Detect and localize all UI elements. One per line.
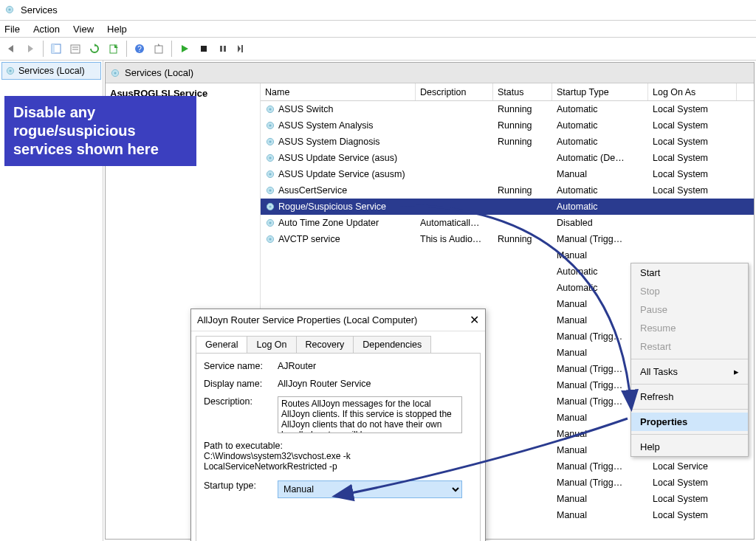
- description-label: Description:: [204, 396, 278, 407]
- svg-rect-11: [201, 46, 207, 52]
- action-button[interactable]: [151, 41, 167, 57]
- service-row[interactable]: Auto Time Zone UpdaterAutomaticall…Disab…: [261, 215, 754, 231]
- svg-rect-13: [224, 46, 226, 52]
- menu-file[interactable]: File: [4, 24, 20, 35]
- results-title: Services (Local): [125, 67, 193, 78]
- tree-item-label: Services (Local): [18, 66, 85, 76]
- app-icon: [4, 4, 16, 16]
- gear-icon: [5, 66, 16, 76]
- svg-rect-10: [155, 46, 162, 53]
- gear-icon: [265, 234, 275, 244]
- service-name-value: AJRouter: [278, 361, 316, 371]
- dialog-title: AllJoyn Router Service Properties (Local…: [197, 314, 417, 325]
- svg-text:?: ?: [137, 45, 142, 53]
- gear-icon: [265, 104, 275, 114]
- path-label: Path to executable:: [204, 441, 472, 451]
- ctx-all-tasks[interactable]: All Tasks▸: [631, 362, 748, 381]
- context-menu: Start Stop Pause Resume Restart All Task…: [630, 263, 749, 457]
- service-row[interactable]: ASUS Update Service (asusm)ManualLocal S…: [261, 166, 754, 182]
- dialog-tabs: General Log On Recovery Dependencies: [191, 331, 485, 353]
- startup-type-label: Startup type:: [204, 480, 278, 491]
- service-row[interactable]: ASUS System DiagnosisRunningAutomaticLoc…: [261, 134, 754, 150]
- export-list-button[interactable]: [106, 41, 122, 57]
- service-row[interactable]: ASUS System AnalysisRunningAutomaticLoca…: [261, 117, 754, 134]
- chevron-right-icon: ▸: [734, 366, 739, 377]
- service-name-label: Service name:: [204, 361, 278, 371]
- svg-rect-3: [52, 44, 55, 53]
- description-value[interactable]: Routes AllJoyn messages for the local Al…: [278, 396, 462, 433]
- ctx-stop: Stop: [631, 282, 748, 300]
- svg-rect-12: [220, 46, 222, 52]
- startup-type-select[interactable]: Manual: [278, 480, 462, 498]
- menu-action[interactable]: Action: [33, 24, 60, 35]
- properties-dialog: AllJoyn Router Service Properties (Local…: [190, 309, 486, 541]
- menu-help[interactable]: Help: [107, 24, 127, 35]
- restart-service-button[interactable]: [234, 41, 250, 57]
- tab-general[interactable]: General: [196, 336, 247, 353]
- ctx-pause: Pause: [631, 300, 748, 319]
- properties-button[interactable]: [67, 41, 83, 57]
- stop-service-button[interactable]: [196, 41, 212, 57]
- service-row[interactable]: Manual: [261, 247, 754, 263]
- tree-services-local[interactable]: Services (Local): [1, 62, 101, 80]
- col-logon[interactable]: Log On As: [648, 83, 737, 100]
- gear-icon: [265, 201, 275, 212]
- service-row[interactable]: ASUS Update Service (asus)Automatic (De……: [261, 150, 754, 166]
- ctx-start[interactable]: Start: [631, 263, 748, 282]
- tab-dependencies[interactable]: Dependencies: [353, 336, 431, 353]
- ctx-restart: Restart: [631, 337, 748, 356]
- col-name[interactable]: Name: [261, 83, 416, 100]
- general-panel: Service name: AJRouter Display name: All…: [196, 353, 481, 541]
- path-value: C:\Windows\system32\svchost.exe -k Local…: [204, 451, 472, 472]
- gear-icon: [265, 137, 275, 147]
- display-name-label: Display name:: [204, 379, 278, 389]
- start-service-button[interactable]: [176, 41, 193, 57]
- refresh-button[interactable]: [86, 41, 103, 57]
- pause-service-button[interactable]: [215, 41, 231, 57]
- annotation-callout: Disable any rogue/suspicious services sh…: [4, 96, 196, 166]
- gear-icon: [265, 169, 275, 179]
- gear-icon: [110, 68, 120, 78]
- close-icon[interactable]: ✕: [470, 313, 479, 327]
- service-row[interactable]: ASUS SwitchRunningAutomaticLocal System: [261, 101, 754, 117]
- gear-icon: [265, 185, 275, 196]
- ctx-properties[interactable]: Properties: [631, 413, 748, 431]
- toolbar: ?: [0, 37, 756, 61]
- help-button[interactable]: ?: [131, 41, 148, 57]
- service-row[interactable]: AVCTP serviceThis is Audio…RunningManual…: [261, 231, 754, 247]
- ctx-help[interactable]: Help: [631, 438, 748, 456]
- show-hide-tree-button[interactable]: [48, 41, 64, 57]
- display-name-value: AllJoyn Router Service: [278, 379, 371, 389]
- col-status[interactable]: Status: [493, 83, 552, 100]
- gear-icon: [265, 120, 275, 131]
- col-description[interactable]: Description: [416, 83, 493, 100]
- service-row[interactable]: Rogue/Suspicious ServiceAutomatic: [261, 199, 754, 215]
- forward-button[interactable]: [22, 41, 38, 57]
- menu-view[interactable]: View: [73, 24, 94, 35]
- tab-logon[interactable]: Log On: [247, 336, 296, 353]
- svg-rect-14: [241, 45, 243, 52]
- col-startup[interactable]: Startup Type: [552, 83, 648, 100]
- menu-bar: File Action View Help: [0, 21, 756, 37]
- back-button[interactable]: [3, 41, 19, 57]
- gear-icon: [265, 218, 275, 228]
- service-row[interactable]: AsusCertServiceRunningAutomaticLocal Sys…: [261, 182, 754, 199]
- tab-recovery[interactable]: Recovery: [296, 336, 354, 353]
- gear-icon: [265, 153, 275, 163]
- list-header: Name Description Status Startup Type Log…: [261, 83, 754, 101]
- ctx-resume: Resume: [631, 319, 748, 337]
- title-bar: Services: [0, 0, 756, 21]
- ctx-refresh[interactable]: Refresh: [631, 387, 748, 406]
- window-title: Services: [21, 4, 58, 15]
